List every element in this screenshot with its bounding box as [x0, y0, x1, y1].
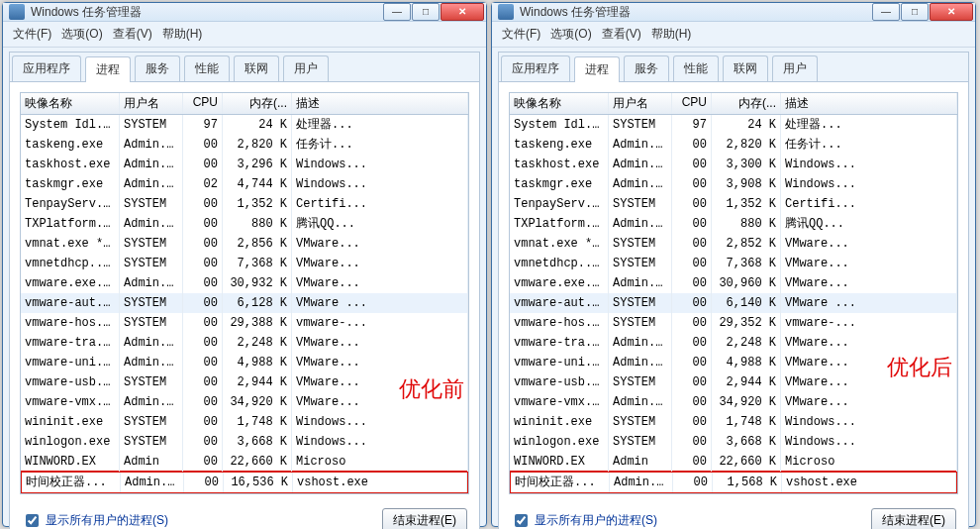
- cell-description: Windows...: [781, 432, 957, 452]
- table-row[interactable]: vmware.exe...Admin...0030,960 KVMware...: [510, 273, 957, 293]
- titlebar[interactable]: Windows 任务管理器 — □ ✕: [3, 3, 486, 22]
- table-row[interactable]: vmware-usb...SYSTEM002,944 KVMware...: [510, 372, 957, 392]
- col-cpu[interactable]: CPU: [672, 93, 712, 114]
- col-user[interactable]: 用户名: [609, 93, 672, 114]
- show-all-users-input[interactable]: [26, 514, 39, 527]
- table-row[interactable]: System Idl...SYSTEM9724 K处理器...: [21, 115, 468, 135]
- table-row[interactable]: wininit.exeSYSTEM001,748 KWindows...: [510, 412, 957, 432]
- cell-description: Windows...: [781, 174, 957, 194]
- table-row[interactable]: vmware-vmx...Admin...0034,920 KVMware...: [510, 392, 957, 412]
- end-process-button[interactable]: 结束进程(E): [382, 508, 467, 529]
- table-row[interactable]: winlogon.exeSYSTEM003,668 KWindows...: [21, 432, 468, 452]
- app-icon: [498, 4, 514, 20]
- show-all-users-input[interactable]: [515, 514, 528, 527]
- table-header[interactable]: 映像名称 用户名 CPU 内存(... 描述: [21, 93, 468, 115]
- cell-description: vmware-...: [781, 313, 957, 333]
- tab-applications[interactable]: 应用程序: [12, 55, 81, 81]
- maximize-button[interactable]: □: [412, 3, 440, 21]
- tab-networking[interactable]: 联网: [723, 55, 768, 81]
- cell-cpu: 00: [183, 412, 223, 432]
- col-image[interactable]: 映像名称: [510, 93, 609, 114]
- maximize-button[interactable]: □: [901, 3, 929, 21]
- table-row[interactable]: vmware-hos...SYSTEM0029,352 Kvmware-...: [510, 313, 957, 333]
- table-row[interactable]: vmnat.exe *32SYSTEM002,856 KVMware...: [21, 234, 468, 254]
- tab-networking[interactable]: 联网: [234, 55, 279, 81]
- table-row[interactable]: vmware-tra...Admin...002,248 KVMware...: [510, 333, 957, 353]
- table-row[interactable]: vmnetdhcp....SYSTEM007,368 KVMware...: [21, 254, 468, 273]
- titlebar[interactable]: Windows 任务管理器 — □ ✕: [492, 3, 975, 22]
- tab-services[interactable]: 服务: [135, 55, 180, 81]
- table-header[interactable]: 映像名称 用户名 CPU 内存(... 描述: [510, 93, 957, 115]
- table-row[interactable]: vmware-hos...SYSTEM0029,388 Kvmware-...: [21, 313, 468, 333]
- cell-memory: 4,988 K: [223, 353, 292, 372]
- tab-performance[interactable]: 性能: [673, 55, 719, 81]
- close-button[interactable]: ✕: [930, 3, 973, 21]
- end-process-button[interactable]: 结束进程(E): [871, 508, 956, 529]
- table-row[interactable]: taskmgr.exeAdmin...024,744 KWindows...: [21, 174, 468, 194]
- table-row[interactable]: vmware-tra...Admin...002,248 KVMware...: [21, 333, 468, 353]
- cell-description: VMware...: [781, 372, 957, 392]
- menu-options[interactable]: 选项(O): [550, 26, 591, 43]
- col-user[interactable]: 用户名: [120, 93, 183, 114]
- tab-users[interactable]: 用户: [772, 55, 818, 81]
- menu-view[interactable]: 查看(V): [602, 26, 641, 43]
- table-row[interactable]: TenpayServ...SYSTEM001,352 KCertifi...: [21, 194, 468, 214]
- cell-image: winlogon.exe: [510, 432, 609, 452]
- show-all-users-checkbox[interactable]: 显示所有用户的进程(S): [22, 511, 168, 529]
- table-row[interactable]: taskmgr.exeAdmin...003,908 KWindows...: [510, 174, 957, 194]
- tab-processes[interactable]: 进程: [574, 56, 620, 82]
- table-row[interactable]: wininit.exeSYSTEM001,748 KWindows...: [21, 412, 468, 432]
- minimize-button[interactable]: —: [872, 3, 900, 21]
- table-row[interactable]: TXPlatform...Admin...00880 K腾讯QQ...: [510, 214, 957, 234]
- show-all-users-checkbox[interactable]: 显示所有用户的进程(S): [511, 511, 657, 529]
- tab-services[interactable]: 服务: [624, 55, 669, 81]
- tab-performance[interactable]: 性能: [184, 55, 230, 81]
- minimize-button[interactable]: —: [383, 3, 411, 21]
- table-row[interactable]: TenpayServ...SYSTEM001,352 KCertifi...: [510, 194, 957, 214]
- table-row[interactable]: vmware-vmx...Admin...0034,920 KVMware...: [21, 392, 468, 412]
- table-row[interactable]: vmware-uni...Admin...004,988 KVMware...: [21, 353, 468, 372]
- table-row[interactable]: taskeng.exeAdmin...002,820 K任务计...: [21, 135, 468, 155]
- table-row[interactable]: 时间校正器...Admin...001,568 Kvshost.exe: [509, 471, 958, 494]
- menu-file[interactable]: 文件(F): [502, 26, 540, 43]
- cell-image: TenpayServ...: [510, 194, 609, 214]
- tab-users[interactable]: 用户: [283, 55, 329, 81]
- cell-memory: 1,568 K: [713, 473, 782, 492]
- menu-help[interactable]: 帮助(H): [651, 26, 692, 43]
- table-row[interactable]: winlogon.exeSYSTEM003,668 KWindows...: [510, 432, 957, 452]
- col-memory[interactable]: 内存(...: [223, 93, 292, 114]
- tab-applications[interactable]: 应用程序: [501, 55, 570, 81]
- col-memory[interactable]: 内存(...: [712, 93, 781, 114]
- window-title: Windows 任务管理器: [520, 4, 872, 21]
- table-row[interactable]: WINWORD.EXAdmin0022,660 KMicroso: [21, 452, 468, 472]
- table-row[interactable]: TXPlatform...Admin...00880 K腾讯QQ...: [21, 214, 468, 234]
- table-row[interactable]: vmware-uni...Admin...004,988 KVMware...: [510, 353, 957, 372]
- table-row[interactable]: taskhost.exeAdmin...003,300 KWindows...: [510, 155, 957, 174]
- col-image[interactable]: 映像名称: [21, 93, 120, 114]
- close-button[interactable]: ✕: [441, 3, 484, 21]
- tab-processes[interactable]: 进程: [85, 56, 131, 82]
- cell-cpu: 00: [673, 473, 713, 492]
- col-description[interactable]: 描述: [781, 93, 957, 114]
- table-row[interactable]: WINWORD.EXAdmin0022,660 KMicroso: [510, 452, 957, 472]
- cell-user: SYSTEM: [609, 372, 672, 392]
- cell-user: Admin...: [610, 473, 673, 492]
- cell-image: taskeng.exe: [510, 135, 609, 155]
- table-row[interactable]: taskhost.exeAdmin...003,296 KWindows...: [21, 155, 468, 174]
- cell-image: System Idl...: [21, 115, 120, 135]
- table-row[interactable]: taskeng.exeAdmin...002,820 K任务计...: [510, 135, 957, 155]
- table-row[interactable]: System Idl...SYSTEM9724 K处理器...: [510, 115, 957, 135]
- menu-help[interactable]: 帮助(H): [162, 26, 203, 43]
- table-row[interactable]: vmnetdhcp....SYSTEM007,368 KVMware...: [510, 254, 957, 273]
- table-row[interactable]: vmware.exe...Admin...0030,932 KVMware...: [21, 273, 468, 293]
- menu-options[interactable]: 选项(O): [61, 26, 102, 43]
- menu-file[interactable]: 文件(F): [13, 26, 51, 43]
- table-row[interactable]: 时间校正器...Admin...0016,536 Kvshost.exe: [20, 471, 469, 494]
- table-row[interactable]: vmware-aut...SYSTEM006,140 KVMware ...: [510, 293, 957, 313]
- table-row[interactable]: vmnat.exe *32SYSTEM002,852 KVMware...: [510, 234, 957, 254]
- col-cpu[interactable]: CPU: [183, 93, 223, 114]
- col-description[interactable]: 描述: [292, 93, 468, 114]
- table-row[interactable]: vmware-usb...SYSTEM002,944 KVMware...: [21, 372, 468, 392]
- table-row[interactable]: vmware-aut...SYSTEM006,128 KVMware ...: [21, 293, 468, 313]
- menu-view[interactable]: 查看(V): [113, 26, 152, 43]
